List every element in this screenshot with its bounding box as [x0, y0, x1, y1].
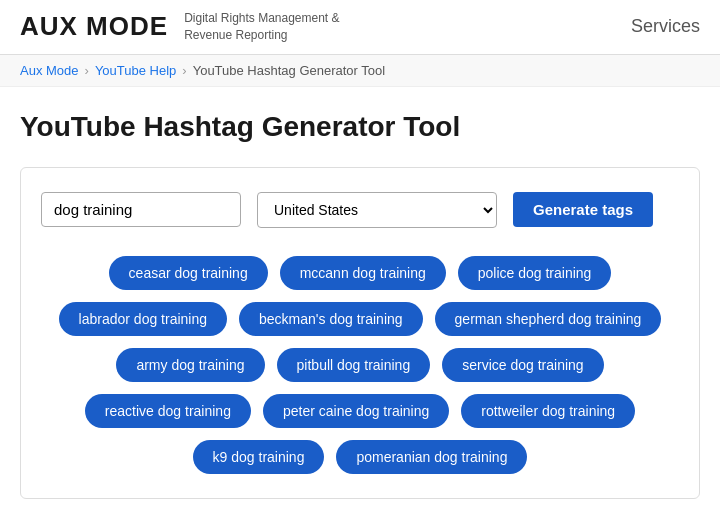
form-row: United StatesUnited KingdomCanadaAustral…	[41, 192, 679, 228]
breadcrumb-sep-1: ›	[85, 63, 89, 78]
breadcrumb-current: YouTube Hashtag Generator Tool	[193, 63, 386, 78]
tag-pill[interactable]: ceasar dog training	[109, 256, 268, 290]
breadcrumb-youtube-help[interactable]: YouTube Help	[95, 63, 176, 78]
generate-button[interactable]: Generate tags	[513, 192, 653, 227]
subtitle-line1: Digital Rights Management &	[184, 10, 339, 27]
tag-pill[interactable]: mccann dog training	[280, 256, 446, 290]
tag-pill[interactable]: police dog training	[458, 256, 612, 290]
breadcrumb-sep-2: ›	[182, 63, 186, 78]
tag-pill[interactable]: pomeranian dog training	[336, 440, 527, 474]
search-input[interactable]	[41, 192, 241, 227]
tags-container: ceasar dog trainingmccann dog trainingpo…	[41, 256, 679, 474]
tag-pill[interactable]: labrador dog training	[59, 302, 227, 336]
breadcrumb: Aux Mode › YouTube Help › YouTube Hashta…	[0, 55, 720, 87]
tag-pill[interactable]: army dog training	[116, 348, 264, 382]
logo: AUX MODE	[20, 11, 168, 42]
tag-pill[interactable]: service dog training	[442, 348, 603, 382]
tag-pill[interactable]: german shepherd dog training	[435, 302, 662, 336]
tag-pill[interactable]: beckman's dog training	[239, 302, 423, 336]
tag-pill[interactable]: reactive dog training	[85, 394, 251, 428]
tag-pill[interactable]: k9 dog training	[193, 440, 325, 474]
tag-pill[interactable]: rottweiler dog training	[461, 394, 635, 428]
main-content: YouTube Hashtag Generator Tool United St…	[0, 87, 720, 517]
services-link[interactable]: Services	[631, 16, 700, 37]
header-left: AUX MODE Digital Rights Management & Rev…	[20, 10, 340, 44]
country-select[interactable]: United StatesUnited KingdomCanadaAustral…	[257, 192, 497, 228]
header: AUX MODE Digital Rights Management & Rev…	[0, 0, 720, 55]
subtitle-line2: Revenue Reporting	[184, 27, 339, 44]
page-title: YouTube Hashtag Generator Tool	[20, 111, 700, 143]
tag-pill[interactable]: peter caine dog training	[263, 394, 449, 428]
breadcrumb-aux-mode[interactable]: Aux Mode	[20, 63, 79, 78]
header-subtitle: Digital Rights Management & Revenue Repo…	[184, 10, 339, 44]
tag-pill[interactable]: pitbull dog training	[277, 348, 431, 382]
tool-card: United StatesUnited KingdomCanadaAustral…	[20, 167, 700, 499]
